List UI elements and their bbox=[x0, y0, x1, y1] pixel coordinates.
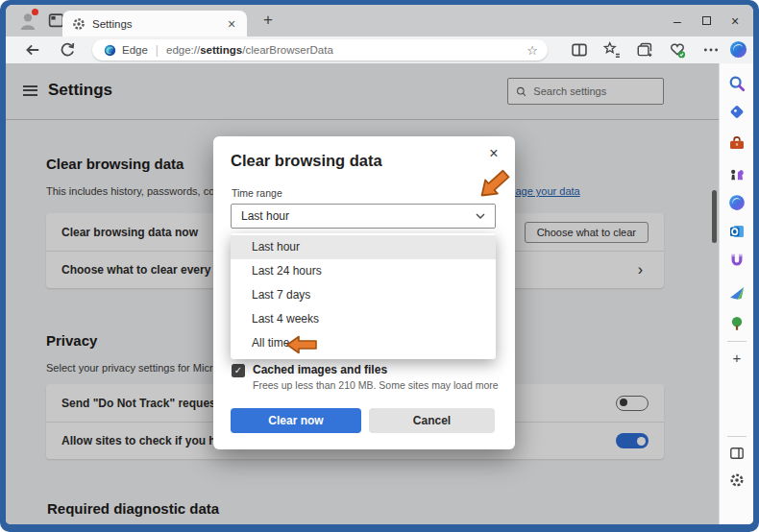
toolbox-icon[interactable] bbox=[728, 134, 746, 152]
copilot-sidebar-icon[interactable] bbox=[728, 194, 746, 211]
side-panel-icon[interactable] bbox=[729, 446, 745, 461]
shopping-tag-icon[interactable] bbox=[728, 104, 746, 121]
tab-settings[interactable]: Settings × bbox=[62, 11, 247, 36]
option-last-hour[interactable]: Last hour bbox=[231, 235, 496, 259]
edge-badge-label: Edge bbox=[122, 44, 148, 56]
favorite-star-icon[interactable]: ☆ bbox=[526, 43, 538, 58]
time-range-select[interactable]: Last hour bbox=[231, 204, 496, 229]
edge-sidebar: + bbox=[719, 63, 753, 524]
clear-now-button[interactable]: Clear now bbox=[231, 408, 361, 433]
time-range-value: Last hour bbox=[241, 209, 476, 223]
sidebar-divider bbox=[727, 341, 747, 342]
sidebar-divider bbox=[727, 436, 747, 437]
settings-page: Settings Clear browsing data This includ… bbox=[6, 63, 719, 524]
time-range-label: Time range bbox=[232, 187, 282, 199]
collections-icon[interactable] bbox=[636, 41, 653, 59]
games-icon[interactable] bbox=[728, 165, 746, 182]
browser-window: Settings × + – × Edge | edge://settings/… bbox=[6, 5, 753, 524]
close-button[interactable]: × bbox=[721, 5, 749, 36]
option-all-time[interactable]: All time bbox=[231, 331, 496, 355]
address-bar: Edge | edge://settings/clearBrowserData … bbox=[6, 36, 753, 63]
tree-icon[interactable] bbox=[728, 315, 746, 332]
option-last-7-days[interactable]: Last 7 days bbox=[231, 283, 496, 307]
tab-title: Settings bbox=[92, 18, 224, 30]
edge-logo-icon bbox=[104, 44, 116, 57]
dialog-close-icon[interactable]: × bbox=[484, 144, 503, 163]
title-bar: Settings × + – × bbox=[6, 5, 753, 36]
minimize-button[interactable]: – bbox=[663, 5, 692, 36]
option-last-24-hours[interactable]: Last 24 hours bbox=[231, 259, 496, 283]
outlook-icon[interactable] bbox=[728, 223, 746, 240]
main-area: Settings Clear browsing data This includ… bbox=[6, 63, 753, 524]
gear-icon bbox=[72, 17, 86, 31]
sidebar-settings-gear-icon[interactable] bbox=[729, 472, 745, 488]
url-text: edge://settings/clearBrowserData bbox=[166, 44, 526, 56]
browser-essentials-icon[interactable] bbox=[669, 41, 686, 59]
maximize-button[interactable] bbox=[692, 5, 721, 36]
favorites-icon[interactable] bbox=[603, 41, 621, 59]
cached-images-checkbox-row[interactable]: ✓ Cached images and files Frees up less … bbox=[232, 363, 499, 391]
checkbox-label: Cached images and files bbox=[253, 363, 499, 376]
maximize-icon bbox=[702, 16, 711, 25]
more-menu-icon[interactable] bbox=[702, 41, 720, 59]
notification-dot bbox=[32, 9, 38, 15]
new-tab-button[interactable]: + bbox=[257, 10, 279, 31]
cancel-button[interactable]: Cancel bbox=[369, 408, 495, 433]
dialog-title: Clear browsing data bbox=[231, 152, 382, 170]
back-icon[interactable] bbox=[24, 41, 41, 59]
chevron-down-icon bbox=[476, 213, 485, 219]
time-range-dropdown: Last hour Last 24 hours Last 7 days Last… bbox=[231, 233, 496, 359]
tab-close-icon[interactable]: × bbox=[224, 16, 239, 32]
kite-icon[interactable] bbox=[728, 284, 746, 302]
sidebar-add-button[interactable]: + bbox=[728, 350, 746, 366]
option-last-4-weeks[interactable]: Last 4 weeks bbox=[231, 307, 496, 331]
magnet-icon[interactable] bbox=[728, 252, 746, 269]
split-screen-icon[interactable] bbox=[571, 41, 588, 59]
refresh-icon[interactable] bbox=[59, 41, 76, 59]
checkbox-checked-icon[interactable]: ✓ bbox=[232, 364, 245, 377]
search-sidebar-icon[interactable] bbox=[728, 75, 746, 92]
copilot-icon[interactable] bbox=[729, 40, 747, 59]
annotation-arrow-all-time bbox=[285, 334, 318, 355]
divider: | bbox=[156, 43, 159, 57]
browser-window-frame: Settings × + – × Edge | edge://settings/… bbox=[0, 0, 759, 532]
checkbox-sublabel: Frees up less than 210 MB. Some sites ma… bbox=[253, 379, 499, 391]
profile-avatar[interactable] bbox=[17, 11, 38, 32]
url-bar[interactable]: Edge | edge://settings/clearBrowserData … bbox=[92, 39, 548, 60]
